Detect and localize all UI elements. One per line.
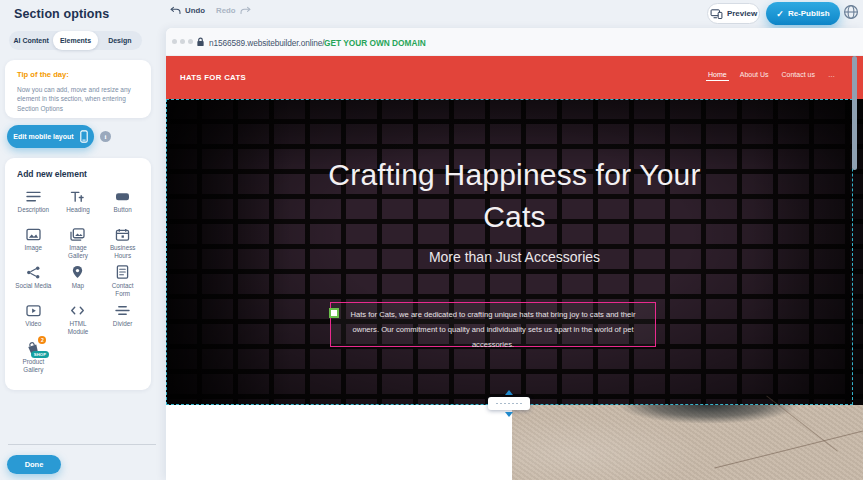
element-label: Business Hours [108, 244, 138, 260]
add-panel-title: Add new element [17, 169, 87, 179]
element-tile-html-module[interactable]: HTML Module [56, 301, 101, 339]
get-domain-link[interactable]: GET YOUR OWN DOMAIN [324, 38, 426, 48]
section-height-resize-handle[interactable] [488, 390, 530, 420]
add-new-element-panel: Add new element Description Heading Butt… [5, 158, 151, 390]
check-icon: ✓ [776, 9, 784, 19]
edit-mobile-layout-button[interactable]: Edit mobile layout [7, 125, 94, 148]
sidebar-tabbar: AI Content Elements Design [9, 31, 142, 50]
site-logo[interactable]: HATS FOR CATS [180, 73, 246, 82]
hero-heading[interactable]: Crafting Happiness for Your Cats [315, 154, 715, 238]
nav-item-home[interactable]: Home [708, 71, 727, 81]
page-title: Section options [14, 7, 109, 21]
tip-title: Tip of the day: [17, 70, 139, 79]
sidebar-divider [8, 444, 156, 445]
calendar-icon [115, 227, 130, 241]
element-label: Divider [113, 320, 133, 328]
nav-item-about[interactable]: About Us [740, 71, 769, 81]
site-url[interactable]: n1566589.websitebuilder.online/ [209, 38, 324, 48]
element-tile-video[interactable]: Video [11, 301, 56, 339]
window-dot-icon [172, 39, 177, 44]
element-grid: Description Heading Button Image [11, 187, 145, 377]
carpet-seam [714, 426, 863, 468]
image-icon [26, 227, 41, 241]
arrow-up-icon [505, 390, 513, 395]
preview-scrollbar[interactable] [852, 56, 857, 170]
element-tile-contact-form[interactable]: Contact Form [100, 263, 145, 301]
tip-body: Now you can add, move and resize any ele… [17, 85, 143, 113]
phone-icon [80, 130, 88, 143]
element-tile-map[interactable]: Map [56, 263, 101, 301]
lock-icon [196, 37, 205, 47]
nav-more-icon[interactable]: … [828, 71, 835, 81]
divider-icon [115, 303, 130, 317]
hero-section[interactable]: Crafting Happiness for Your Cats More th… [166, 99, 863, 405]
new-count-badge: 2 [38, 336, 46, 344]
site-nav: Home About Us Contact us … [708, 71, 835, 81]
tab-design[interactable]: Design [98, 31, 142, 50]
redo-icon [240, 6, 251, 15]
element-tile-image-gallery[interactable]: Image Gallery [56, 225, 101, 263]
preview-button[interactable]: Preview [707, 3, 760, 24]
site-preview-window: n1566589.websitebuilder.online/ GET YOUR… [166, 28, 863, 480]
undo-label: Undo [185, 6, 205, 15]
tab-elements[interactable]: Elements [53, 31, 97, 50]
devices-icon [710, 9, 723, 19]
website-canvas: HATS FOR CATS Home About Us Contact us …… [166, 56, 863, 480]
element-tile-business-hours[interactable]: Business Hours [100, 225, 145, 263]
window-dot-icon [188, 39, 193, 44]
preview-label: Preview [727, 9, 757, 18]
tab-ai-content[interactable]: AI Content [9, 31, 53, 50]
code-icon [70, 303, 85, 317]
element-label: HTML Module [63, 320, 93, 336]
undo-icon [170, 6, 181, 15]
heading-icon [70, 189, 85, 203]
element-tile-button[interactable]: Button [100, 187, 145, 225]
element-label: Product Gallery [18, 358, 48, 374]
element-tile-heading[interactable]: Heading [56, 187, 101, 225]
map-pin-icon [71, 265, 84, 279]
undo-button[interactable]: Undo [170, 6, 205, 15]
element-label: Map [72, 282, 84, 290]
element-label: Image Gallery [63, 244, 93, 260]
resize-handle-icon[interactable] [329, 308, 339, 318]
element-label: Heading [66, 206, 89, 214]
form-icon [116, 265, 129, 279]
element-tile-divider[interactable]: Divider [100, 301, 145, 339]
element-tile-social-media[interactable]: Social Media [11, 263, 56, 301]
element-label: Button [114, 206, 132, 214]
window-dot-icon [180, 39, 185, 44]
browser-bar: n1566589.websitebuilder.online/ GET YOUR… [166, 28, 863, 56]
shop-bag-icon: 2 SHOP [26, 341, 40, 355]
redo-label: Redo [216, 6, 236, 15]
hero-subheading[interactable]: More than Just Accessories [315, 249, 715, 265]
language-globe-icon[interactable] [843, 4, 859, 20]
hero-paragraph: Hats for Cats, we are dedicated to craft… [341, 308, 645, 352]
element-tile-image[interactable]: Image [11, 225, 56, 263]
arrow-down-icon [505, 412, 513, 417]
element-label: Video [25, 320, 41, 328]
element-label: Image [25, 244, 43, 252]
info-icon[interactable]: i [100, 131, 111, 142]
element-label: Contact Form [108, 282, 138, 298]
edit-mobile-label: Edit mobile layout [13, 133, 73, 140]
element-tile-description[interactable]: Description [11, 187, 56, 225]
share-icon [26, 265, 41, 279]
site-header[interactable]: HATS FOR CATS Home About Us Contact us … [166, 56, 863, 99]
image-gallery-icon [70, 227, 85, 241]
republish-label: Re-Publish [788, 9, 830, 18]
selected-text-element[interactable]: Hats for Cats, we are dedicated to craft… [330, 302, 656, 347]
done-button[interactable]: Done [7, 455, 61, 474]
element-label: Description [18, 206, 50, 214]
element-tile-product-gallery[interactable]: 2 SHOP Product Gallery [11, 339, 56, 377]
button-icon [115, 189, 130, 203]
text-lines-icon [26, 189, 41, 203]
carpet-cat-image [512, 405, 863, 480]
drag-grip-icon [488, 397, 530, 410]
website-builder-app: Section options Undo Redo Preview ✓ Re-P… [0, 0, 863, 480]
nav-item-contact[interactable]: Contact us [782, 71, 815, 81]
tip-of-the-day-card: Tip of the day: Now you can add, move an… [5, 60, 151, 118]
redo-button[interactable]: Redo [216, 6, 251, 15]
video-icon [26, 303, 41, 317]
republish-button[interactable]: ✓ Re-Publish [766, 2, 840, 25]
shop-tag-badge: SHOP [31, 351, 50, 358]
